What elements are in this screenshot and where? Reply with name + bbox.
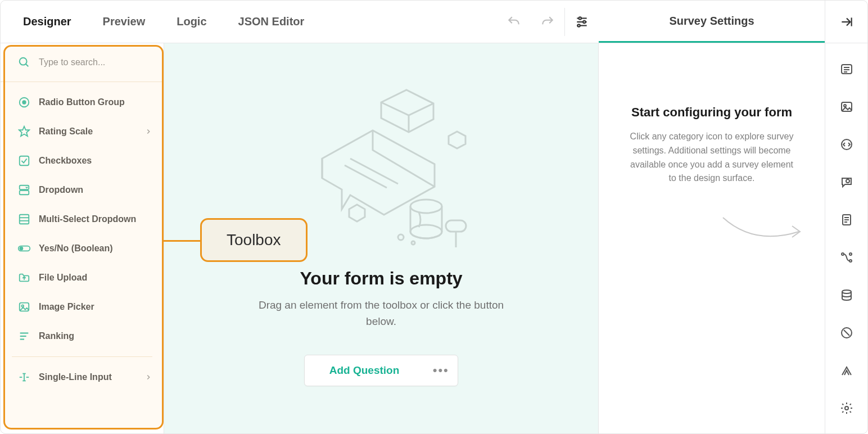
rail-question[interactable] (838, 173, 856, 191)
rail-pages[interactable] (838, 211, 856, 228)
topbar-actions (497, 1, 599, 43)
svg-rect-14 (20, 191, 29, 195)
toolbox-item-rating[interactable]: Rating Scale (1, 117, 164, 146)
cog-icon (840, 401, 853, 415)
main-tabs: Designer Preview Logic JSON Editor (1, 1, 320, 43)
svg-rect-32 (446, 220, 466, 232)
rail-complete[interactable] (838, 361, 856, 379)
settings-toggle-button[interactable] (565, 1, 599, 43)
rail-data[interactable] (838, 286, 856, 304)
add-question-label: Add Question (329, 364, 400, 377)
image-icon (17, 300, 31, 314)
toolbox-item-boolean[interactable]: Yes/No (Boolean) (1, 234, 164, 263)
toolbox-item-label: Image Picker (39, 302, 94, 312)
empty-illustration (288, 71, 474, 263)
undo-icon (507, 15, 521, 29)
toolbox-item-label: Checkboxes (39, 156, 92, 166)
add-question-group: Add Question ••• (304, 355, 459, 386)
dropdown-icon (17, 183, 31, 197)
svg-point-53 (845, 406, 848, 410)
settings-panel-header[interactable]: Survey Settings (599, 1, 825, 43)
redo-button[interactable] (531, 1, 564, 43)
checkbox-icon (17, 154, 31, 168)
redo-icon (540, 15, 555, 29)
chevron-right-icon (144, 373, 152, 381)
svg-point-50 (842, 290, 851, 293)
search-input[interactable] (39, 57, 152, 67)
rail-validation[interactable] (838, 324, 856, 341)
rail-navigation[interactable] (838, 135, 856, 153)
radio-icon (17, 96, 31, 109)
toolbox-item-label: Rating Scale (39, 126, 93, 137)
tab-preview[interactable]: Preview (87, 1, 161, 43)
rail-timer[interactable] (838, 399, 856, 417)
chevron-right-icon (144, 128, 152, 135)
sliders-icon (575, 15, 589, 29)
empty-title: Your form is empty (300, 268, 462, 289)
list-icon (840, 62, 853, 76)
settings-panel: Start configuring your form Click any ca… (599, 43, 825, 433)
rail-general[interactable] (838, 60, 856, 78)
toolbox-list: Radio Button Group Rating Scale Checkbox… (1, 82, 164, 433)
tab-designer[interactable]: Designer (7, 1, 87, 43)
toolbox-item-ranking[interactable]: Ranking (1, 322, 164, 351)
toolbox-search[interactable] (1, 43, 164, 82)
collapse-panel-button[interactable] (825, 1, 867, 43)
svg-point-21 (21, 305, 24, 307)
toolbox-item-label: Yes/No (Boolean) (39, 243, 113, 254)
tab-label: Preview (103, 15, 146, 28)
svg-marker-11 (19, 126, 29, 136)
svg-point-33 (398, 234, 404, 240)
rail-logic[interactable] (838, 248, 856, 266)
svg-line-52 (844, 330, 849, 336)
collapse-right-icon (839, 15, 854, 29)
toolbox-item-file[interactable]: File Upload (1, 263, 164, 292)
toolbox-item-label: Ranking (39, 331, 74, 341)
svg-point-34 (412, 241, 415, 245)
svg-point-10 (22, 101, 26, 104)
flags-icon (840, 364, 853, 377)
svg-point-19 (20, 247, 22, 250)
toolbox-item-dropdown[interactable]: Dropdown (1, 175, 164, 205)
svg-point-49 (849, 253, 852, 255)
svg-rect-15 (20, 215, 29, 224)
doc-icon (840, 213, 853, 227)
deny-icon (840, 326, 853, 340)
undo-button[interactable] (497, 1, 531, 43)
hint-arrow-icon (720, 212, 804, 251)
empty-subtitle: Drag an element from the toolbox or clic… (257, 297, 505, 330)
add-question-button[interactable]: Add Question (305, 355, 424, 386)
toolbox-item-label: Dropdown (39, 185, 83, 195)
settings-header-label: Survey Settings (669, 15, 754, 28)
toolbox-separator (12, 356, 152, 357)
toolbox-item-label: Radio Button Group (39, 97, 125, 107)
ranking-icon (17, 329, 31, 343)
svg-point-5 (577, 24, 580, 26)
toolbox-item-label: File Upload (39, 273, 87, 283)
top-bar: Designer Preview Logic JSON Editor (1, 1, 867, 43)
rail-logo[interactable] (838, 98, 856, 115)
star-icon (17, 125, 31, 138)
toolbox-item-multiselect[interactable]: Multi-Select Dropdown (1, 205, 164, 234)
toolbox-item-singleline[interactable]: Single-Line Input (1, 363, 164, 392)
embed-icon (840, 138, 853, 151)
svg-point-30 (410, 200, 442, 213)
annotation-label: Toolbox (227, 231, 281, 248)
textline-icon (17, 370, 31, 384)
database-icon (840, 288, 853, 302)
toolbox-item-label: Single-Line Input (39, 372, 112, 382)
toggle-icon (17, 242, 31, 255)
add-question-type-button[interactable]: ••• (424, 355, 458, 386)
search-icon (17, 56, 31, 69)
dots-icon: ••• (433, 363, 449, 378)
path-icon (840, 251, 853, 264)
tab-label: Logic (177, 15, 206, 28)
tab-json-editor[interactable]: JSON Editor (223, 1, 320, 43)
svg-point-48 (849, 260, 852, 262)
tab-logic[interactable]: Logic (161, 1, 222, 43)
svg-point-3 (583, 20, 585, 22)
toolbox-item-radio[interactable]: Radio Button Group (1, 88, 164, 117)
upload-icon (17, 271, 31, 284)
toolbox-item-imagepicker[interactable]: Image Picker (1, 292, 164, 322)
toolbox-item-checkboxes[interactable]: Checkboxes (1, 146, 164, 175)
